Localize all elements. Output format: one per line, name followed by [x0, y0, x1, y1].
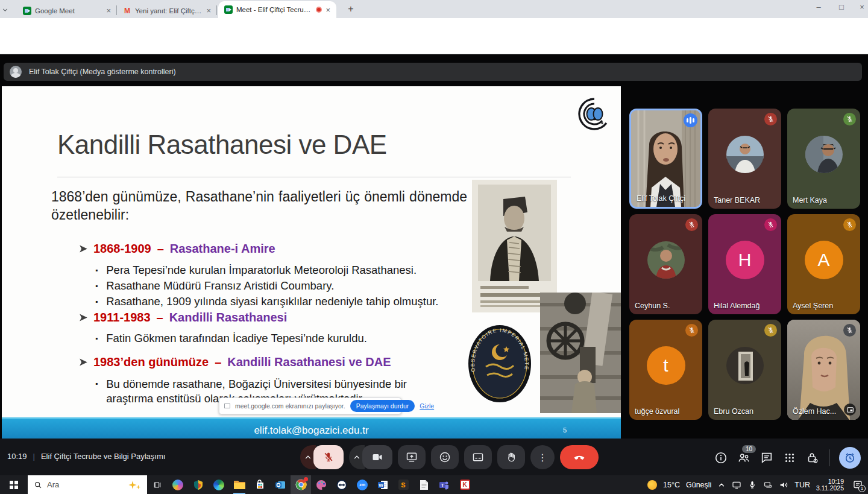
share-banner-text: meet.google.com ekranınızı paylaşıyor.: [235, 402, 345, 410]
window-minimize-button[interactable]: –: [811, 2, 826, 11]
clock-date: 3.11.2025: [816, 484, 844, 492]
end-call-button[interactable]: [560, 445, 599, 469]
mic-tray-icon[interactable]: [747, 480, 757, 490]
participant-name: Ceyhun S.: [635, 302, 670, 310]
chrome-app-icon[interactable]: [291, 475, 311, 494]
copilot-app-icon[interactable]: [168, 475, 188, 494]
paint-palette-app-icon[interactable]: [311, 475, 332, 494]
weather-sun-icon[interactable]: [647, 480, 657, 490]
host-controls-icon[interactable]: [806, 451, 819, 464]
presentation-slide: Kandilli Rasathanesi ve DAE 1868’den gün…: [2, 86, 621, 441]
timer-extension-button[interactable]: [839, 447, 861, 469]
participant-tile[interactable]: Ceyhun S.: [629, 214, 702, 314]
captions-button[interactable]: [464, 445, 492, 469]
arrow-bullet-icon: [79, 358, 87, 367]
notepad-app-icon[interactable]: [414, 475, 434, 494]
bullet-list: ▪Fatin Gökmen tarafından İcadiye Tepesi’…: [95, 332, 367, 347]
divider: |: [33, 452, 35, 461]
weather-condition[interactable]: Güneşli: [686, 481, 711, 489]
window-maximize-button[interactable]: □: [834, 2, 849, 11]
activities-icon[interactable]: [783, 451, 796, 464]
mic-off-icon: [764, 218, 777, 231]
search-placeholder: Ara: [47, 480, 59, 489]
participant-name: Özlem Hac...: [793, 407, 836, 416]
action-center-button[interactable]: 1: [850, 477, 866, 493]
hide-banner-link[interactable]: Gizle: [420, 402, 434, 410]
teams-app-icon[interactable]: T: [434, 475, 454, 494]
outlook-app-icon[interactable]: [270, 475, 291, 494]
mic-off-icon: [685, 218, 698, 231]
zoom-app-icon[interactable]: zm: [352, 475, 373, 494]
network-tray-icon[interactable]: [763, 480, 773, 490]
shield-app-icon[interactable]: [188, 475, 209, 494]
tray-chevron-icon[interactable]: [717, 481, 726, 489]
mic-off-icon: [764, 324, 777, 337]
participant-tile[interactable]: t tuğçe özvural: [629, 320, 702, 420]
meet-control-bar: 10:19 | Elif Çiftçi Tecrube ve Bilgi Pay…: [0, 439, 868, 475]
stop-sharing-button[interactable]: Paylaşmayı durdur: [350, 400, 415, 412]
windows-logo-icon: [10, 481, 18, 489]
participant-tile[interactable]: A Aysel Şeren: [787, 214, 860, 314]
slide-section-heading: 1911-1983 – Kandilli Rasathanesi: [79, 311, 287, 325]
system-tray: 15°C Güneşli TUR 10:19 3.11.2025 1: [647, 477, 868, 493]
tab-meet-active[interactable]: Meet - Elif Çiftçi Tecrube ve ×: [218, 1, 336, 18]
participant-name: Aysel Şeren: [793, 302, 833, 310]
language-indicator[interactable]: TUR: [794, 481, 810, 489]
tab-close-icon[interactable]: ×: [206, 7, 211, 14]
participant-tile[interactable]: H Hilal Alemdağ: [708, 214, 781, 314]
sublime-app-icon[interactable]: S: [393, 475, 414, 494]
reactions-button[interactable]: [431, 445, 459, 469]
mic-mute-button[interactable]: [313, 445, 344, 469]
mic-off-icon: [843, 113, 856, 125]
tab-close-icon[interactable]: ×: [326, 6, 330, 14]
participant-initial: A: [805, 241, 843, 279]
tab-search-chevron-icon[interactable]: [1, 6, 9, 14]
participant-avatar: [726, 347, 764, 384]
copilot-sparkle-icon: [128, 480, 141, 490]
people-count-badge: 10: [742, 445, 756, 453]
participant-tile[interactable]: Taner BEKAR: [708, 109, 781, 209]
window-close-button[interactable]: ×: [855, 2, 868, 11]
ms-store-app-icon[interactable]: [250, 475, 270, 494]
pip-icon[interactable]: [844, 404, 856, 416]
taskbar-search[interactable]: Ara: [28, 475, 147, 494]
red-k-app-icon[interactable]: K: [454, 475, 475, 494]
meeting-details-icon[interactable]: [714, 451, 728, 464]
participant-tile[interactable]: Mert Kaya: [787, 109, 860, 209]
display-tray-icon[interactable]: [732, 480, 741, 490]
edge-app-icon[interactable]: [209, 475, 229, 494]
tab-label: Yeni yanıt: Elif Çiftçi Tecrube ve: [135, 7, 203, 14]
new-tab-button[interactable]: +: [345, 3, 357, 15]
participants-grid: Elif Tolak Çiftçi Taner BEKAR: [629, 109, 860, 420]
volume-tray-icon[interactable]: [779, 480, 788, 490]
participant-tile[interactable]: Elif Tolak Çiftçi: [629, 109, 702, 209]
camera-toggle-button[interactable]: [362, 445, 392, 469]
tab-gmail-reply[interactable]: M Yeni yanıt: Elif Çiftçi Tecrube ve ×: [118, 3, 216, 18]
screen-share-banner: meet.google.com ekranınızı paylaşıyor. P…: [219, 397, 401, 414]
meeting-time: 10:19: [7, 452, 27, 461]
mic-off-icon: [685, 324, 698, 337]
word-app-icon[interactable]: W: [373, 475, 393, 494]
tab-google-meet[interactable]: Google Meet ×: [18, 3, 116, 18]
start-button[interactable]: [0, 475, 28, 494]
participant-tile[interactable]: Ebru Ozcan: [708, 320, 781, 420]
file-explorer-app-icon[interactable]: [229, 475, 250, 494]
notification-badge: 1: [858, 485, 866, 492]
weather-temp[interactable]: 15°C: [663, 481, 680, 489]
more-options-button[interactable]: ⋮: [530, 445, 555, 469]
present-screen-button[interactable]: [398, 445, 426, 469]
slide-title: Kandilli Rasathanesi ve DAE: [57, 130, 387, 160]
meeting-title: Elif Çiftçi Tecrube ve Bilgi Paylaşımı: [41, 452, 165, 461]
arrow-bullet-icon: [79, 245, 87, 253]
tab-close-icon[interactable]: ×: [106, 7, 111, 14]
task-view-button[interactable]: [147, 475, 168, 494]
chat-icon[interactable]: [760, 451, 773, 464]
taskbar-clock[interactable]: 10:19 3.11.2025: [816, 478, 844, 492]
tab-label: Google Meet: [35, 7, 102, 14]
mic-control: [300, 445, 344, 469]
people-panel-button[interactable]: 10: [737, 451, 750, 464]
participant-tile[interactable]: Özlem Hac...: [787, 320, 860, 420]
participant-name: Taner BEKAR: [714, 196, 760, 204]
raise-hand-button[interactable]: [497, 445, 525, 469]
teamviewer-app-icon[interactable]: [332, 475, 352, 494]
